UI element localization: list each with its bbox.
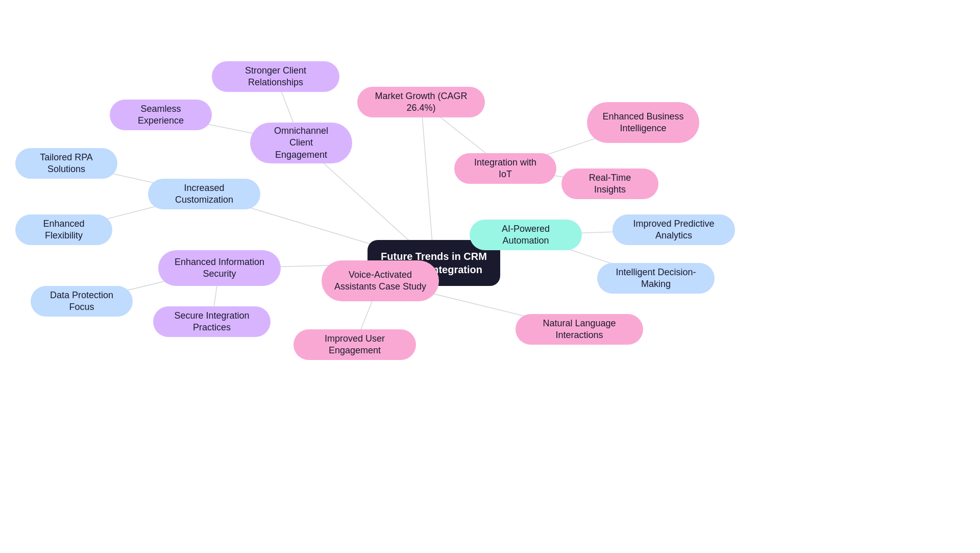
node-usereng: Improved User Engagement <box>293 329 416 360</box>
node-decision: Intelligent Decision-Making <box>597 263 715 294</box>
node-natural: Natural Language Interactions <box>516 314 643 345</box>
node-bizintel: Enhanced Business Intelligence <box>587 102 699 143</box>
node-infosecurity: Enhanced Information Security <box>158 250 281 286</box>
node-seamless: Seamless Experience <box>110 100 212 130</box>
node-tailored: Tailored RPA Solutions <box>15 148 117 179</box>
node-secure: Secure Integration Practices <box>153 306 271 337</box>
node-omnichannel: Omnichannel Client Engagement <box>250 123 352 163</box>
node-realtime: Real-Time Insights <box>561 169 658 199</box>
node-customization: Increased Customization <box>148 179 260 209</box>
node-voice: Voice-Activated Assistants Case Study <box>322 260 439 301</box>
mind-map: Future Trends in CRM and RPA Integration… <box>0 0 980 553</box>
node-predictive: Improved Predictive Analytics <box>612 214 735 245</box>
node-ai: AI-Powered Automation <box>470 220 582 250</box>
node-flexibility: Enhanced Flexibility <box>15 214 112 245</box>
node-stronger: Stronger Client Relationships <box>212 61 339 92</box>
svg-line-9 <box>421 102 434 263</box>
node-iot: Integration with IoT <box>454 153 556 184</box>
node-market: Market Growth (CAGR 26.4%) <box>357 87 485 117</box>
node-dataprotection: Data Protection Focus <box>31 286 133 317</box>
